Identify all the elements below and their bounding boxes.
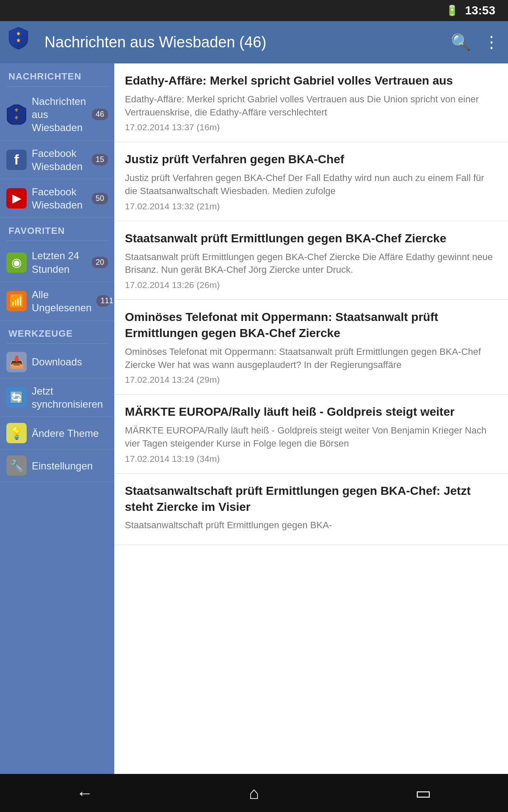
- home-button[interactable]: ⌂: [233, 778, 275, 808]
- sidebar-item-alle-ungelesenen[interactable]: 📶 Alle Ungelesenen 111: [0, 282, 114, 321]
- news-title-4: MÄRKTE EUROPA/Rally läuft heiß - Goldpre…: [125, 404, 497, 420]
- news-item-2[interactable]: Staatsanwalt prüft Ermittlungen gegen BK…: [114, 221, 508, 300]
- sidebar-item-letzten24[interactable]: ◉ Letzten 24 Stunden 20: [0, 243, 114, 282]
- news-summary-2: Staatsanwalt prüft Ermittlungen gegen BK…: [125, 251, 497, 277]
- downloads-label: Downloads: [32, 355, 108, 368]
- sidebar-divider-1: [6, 86, 108, 87]
- app-bar-title: Nachrichten aus Wiesbaden (46): [44, 33, 442, 51]
- wifi-unread-icon: 📶: [6, 291, 27, 311]
- alle-ungelesenen-label: Alle Ungelesenen: [32, 288, 91, 314]
- sidebar-item-facebook-wiesbaden-2[interactable]: ▶ Facebook Wiesbaden 50: [0, 179, 114, 218]
- sidebar-divider-3: [6, 343, 108, 344]
- nachrichten-icon: ⚜ ⚜: [6, 104, 27, 125]
- app-bar: ⚜ ⚜ Nachrichten aus Wiesbaden (46) 🔍 ⋮: [0, 21, 508, 63]
- facebook-badge-1: 15: [92, 154, 108, 165]
- sidebar-item-nachrichten-wiesbaden[interactable]: ⚜ ⚜ Nachrichten aus Wiesbaden 46: [0, 89, 114, 141]
- downloads-icon: 📥: [6, 352, 27, 372]
- news-item-4[interactable]: MÄRKTE EUROPA/Rally läuft heiß - Goldpre…: [114, 395, 508, 473]
- theme-label: Ändere Theme: [32, 427, 108, 440]
- news-summary-5: Staatsanwaltschaft prüft Ermittlungen ge…: [125, 519, 497, 532]
- news-meta-3: 17.02.2014 13:24 (29m): [125, 375, 497, 385]
- facebook-label-2: Facebook Wiesbaden: [32, 185, 87, 211]
- news-summary-1: Justiz prüft Verfahren gegen BKA-Chef De…: [125, 172, 497, 198]
- letzten24-badge: 20: [92, 257, 108, 268]
- news-title-2: Staatsanwalt prüft Ermittlungen gegen BK…: [125, 230, 497, 247]
- news-summary-4: MÄRKTE EUROPA/Rally läuft heiß - Goldpre…: [125, 424, 497, 450]
- news-item-5[interactable]: Staatsanwaltschaft prüft Ermittlungen ge…: [114, 474, 508, 545]
- sync-icon: 🔄: [6, 387, 27, 408]
- sidebar-item-theme[interactable]: 💡 Ändere Theme: [0, 417, 114, 450]
- svg-text:⚜: ⚜: [14, 115, 19, 121]
- theme-icon: 💡: [6, 423, 27, 443]
- news-item-0[interactable]: Edathy-Affäre: Merkel spricht Gabriel vo…: [114, 63, 508, 142]
- svg-text:⚜: ⚜: [16, 37, 21, 43]
- status-bar: 🔋 13:53: [0, 0, 508, 21]
- rss-icon: ◉: [6, 252, 27, 273]
- nachrichten-badge: 46: [92, 109, 108, 120]
- news-meta-2: 17.02.2014 13:26 (26m): [125, 280, 497, 290]
- facebook-label-1: Facebook Wiesbaden: [32, 147, 87, 173]
- news-meta-0: 17.02.2014 13:37 (16m): [125, 122, 497, 132]
- sidebar-item-facebook-wiesbaden-1[interactable]: f Facebook Wiesbaden 15: [0, 141, 114, 179]
- status-time: 13:53: [465, 4, 495, 17]
- news-title-1: Justiz prüft Verfahren gegen BKA-Chef: [125, 151, 497, 167]
- sidebar-item-settings[interactable]: 🔧 Einstellungen: [0, 450, 114, 482]
- news-feed: Edathy-Affäre: Merkel spricht Gabriel vo…: [114, 63, 508, 774]
- sidebar-section-werkzeuge: WERKZEUGE: [0, 321, 114, 343]
- news-title-5: Staatsanwaltschaft prüft Ermittlungen ge…: [125, 483, 497, 515]
- settings-icon: 🔧: [6, 455, 27, 476]
- sidebar-divider-2: [6, 241, 108, 241]
- app-logo: ⚜ ⚜: [8, 27, 36, 58]
- news-item-3[interactable]: Ominöses Telefonat mit Oppermann: Staats…: [114, 300, 508, 395]
- more-options-icon[interactable]: ⋮: [483, 33, 500, 52]
- settings-label: Einstellungen: [32, 459, 108, 472]
- bottom-nav: ← ⌂ ▭: [0, 774, 508, 812]
- news-title-0: Edathy-Affäre: Merkel spricht Gabriel vo…: [125, 73, 497, 89]
- news-summary-0: Edathy-Affäre: Merkel spricht Gabriel vo…: [125, 93, 497, 119]
- sidebar-section-nachrichten: NACHRICHTEN: [0, 63, 114, 86]
- main-content: NACHRICHTEN ⚜ ⚜ Nachrichten aus Wiesbade…: [0, 63, 508, 774]
- youtube-icon: ▶: [6, 188, 27, 208]
- back-button[interactable]: ←: [64, 778, 106, 808]
- letzten24-label: Letzten 24 Stunden: [32, 249, 87, 275]
- news-meta-4: 17.02.2014 13:19 (34m): [125, 454, 497, 464]
- news-summary-3: Ominöses Telefonat mit Oppermann: Staats…: [125, 346, 497, 372]
- facebook-badge-2: 50: [92, 193, 108, 204]
- app-bar-actions: 🔍 ⋮: [451, 33, 500, 52]
- alle-ungelesenen-badge: 111: [97, 295, 110, 307]
- battery-icon: 🔋: [446, 5, 458, 16]
- sidebar-item-downloads[interactable]: 📥 Downloads: [0, 346, 114, 379]
- sync-label: Jetzt synchronisieren: [32, 384, 108, 411]
- search-icon[interactable]: 🔍: [451, 33, 471, 52]
- news-meta-1: 17.02.2014 13:32 (21m): [125, 201, 497, 211]
- sidebar-item-sync[interactable]: 🔄 Jetzt synchronisieren: [0, 379, 114, 417]
- svg-text:⚜: ⚜: [16, 30, 21, 36]
- facebook-icon: f: [6, 150, 27, 170]
- sidebar-section-favoriten: FAVORITEN: [0, 218, 114, 241]
- svg-text:⚜: ⚜: [14, 107, 19, 113]
- nachrichten-label: Nachrichten aus Wiesbaden: [32, 95, 87, 134]
- news-item-1[interactable]: Justiz prüft Verfahren gegen BKA-Chef Ju…: [114, 142, 508, 221]
- sidebar: NACHRICHTEN ⚜ ⚜ Nachrichten aus Wiesbade…: [0, 63, 114, 774]
- recents-button[interactable]: ▭: [402, 778, 444, 808]
- news-title-3: Ominöses Telefonat mit Oppermann: Staats…: [125, 309, 497, 341]
